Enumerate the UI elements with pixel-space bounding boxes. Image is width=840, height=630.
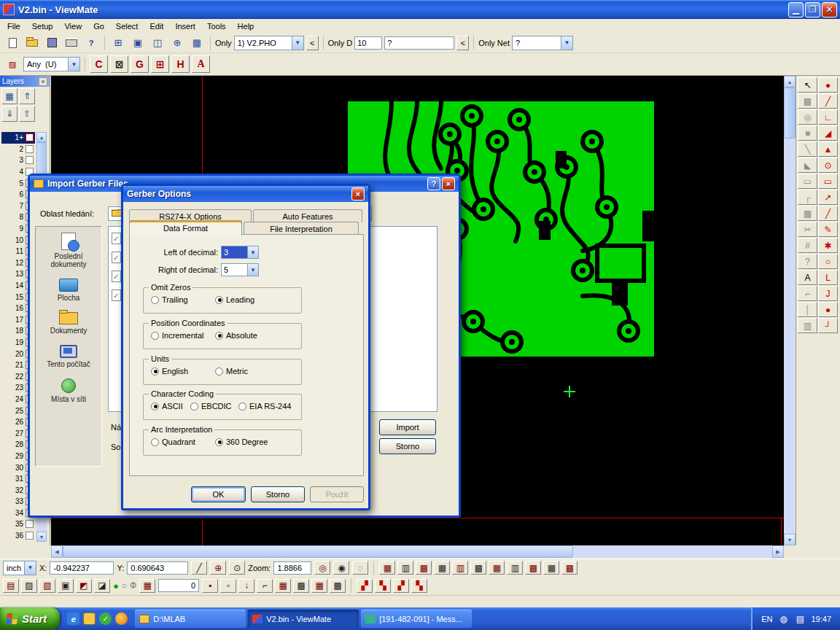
vector-tool-icon[interactable]: ↗ bbox=[818, 190, 838, 205]
tool-grid-icon[interactable]: ▨ bbox=[21, 579, 37, 593]
zoom-out-icon[interactable]: ◌ bbox=[352, 561, 368, 575]
place-4[interactable]: Místa v síti bbox=[36, 378, 101, 403]
vertical-scrollbar[interactable]: ▲ ▼ bbox=[784, 76, 796, 545]
frame-tool-icon[interactable]: ▭ bbox=[798, 174, 817, 189]
layer-top-button[interactable]: ⇑ bbox=[19, 88, 35, 104]
menu-item-edit[interactable]: Edit bbox=[144, 20, 169, 32]
target-tool-icon[interactable]: ⊙ bbox=[818, 158, 838, 173]
tool-grid-icon[interactable]: ▧ bbox=[39, 579, 55, 593]
measure-tool-icon[interactable]: ◣ bbox=[798, 158, 817, 173]
dcode-filter-input[interactable]: ? bbox=[384, 36, 454, 50]
radio-trailing[interactable]: Trailing bbox=[151, 295, 188, 304]
layer-row[interactable]: 1+ bbox=[1, 132, 35, 144]
tab-data-format[interactable]: Data Format bbox=[129, 220, 242, 236]
storno-button[interactable]: Storno bbox=[379, 438, 436, 454]
snap-grid-icon[interactable]: ⌐ bbox=[257, 579, 273, 593]
snap-grid-icon[interactable]: ▪ bbox=[202, 579, 218, 593]
measure-icon[interactable]: ╱ bbox=[191, 561, 207, 575]
place-3[interactable]: Tento počítač bbox=[36, 345, 101, 368]
view-tool-icon[interactable]: ◎ bbox=[798, 109, 817, 125]
layer-up-button[interactable]: ⇧ bbox=[19, 106, 35, 122]
trim-tool-icon[interactable]: ┌ bbox=[798, 190, 817, 205]
radio-360-degree[interactable]: 360 Degree bbox=[215, 438, 268, 446]
notch-tool-icon[interactable]: ⌐ bbox=[798, 286, 817, 301]
chevron-down-icon[interactable]: ▼ bbox=[292, 36, 303, 50]
status-grid-icon[interactable]: ▩ bbox=[416, 561, 432, 575]
grid-tool-icon[interactable]: ▦ bbox=[798, 206, 817, 221]
radio-eia-rs244[interactable]: EIA RS-244 bbox=[238, 402, 291, 411]
tool-grid-icon[interactable]: ▣ bbox=[58, 579, 74, 593]
tool-grid-icon[interactable]: ▤ bbox=[3, 579, 19, 593]
status-grid-icon[interactable]: ▦ bbox=[543, 561, 559, 575]
status-grid-icon[interactable]: ▦ bbox=[434, 561, 450, 575]
chevron-down-icon[interactable]: ▼ bbox=[247, 246, 258, 258]
tab-file-interpretation[interactable]: File Interpretation bbox=[244, 222, 359, 235]
menu-item-go[interactable]: Go bbox=[88, 20, 110, 32]
open-file-icon[interactable] bbox=[23, 35, 41, 51]
label-tool-icon[interactable]: L bbox=[818, 270, 838, 285]
pattern-icon[interactable]: ▚ bbox=[375, 579, 391, 593]
grid-toggle-icon[interactable]: ▦ bbox=[139, 579, 155, 593]
task-button[interactable]: V2.bin - ViewMate bbox=[248, 610, 359, 628]
scroll-down-icon[interactable]: ▼ bbox=[784, 534, 796, 545]
pattern-icon[interactable]: ▚ bbox=[411, 579, 427, 593]
menu-item-insert[interactable]: Insert bbox=[169, 20, 201, 32]
status-grid-icon[interactable]: ▩ bbox=[561, 561, 578, 575]
menu-item-view[interactable]: View bbox=[58, 20, 88, 32]
net-combo[interactable]: ? ▼ bbox=[512, 36, 573, 50]
highlight-icon[interactable]: ▣ bbox=[129, 35, 147, 51]
gerber-file-icon[interactable] bbox=[112, 271, 121, 282]
snap-grid-icon[interactable]: ▩ bbox=[330, 579, 346, 593]
grid-aperture-button[interactable]: ⊞ bbox=[151, 55, 169, 73]
scroll-right-icon[interactable]: ▶ bbox=[772, 545, 784, 558]
snap-grid-icon[interactable]: ▦ bbox=[275, 579, 291, 593]
chevron-down-icon[interactable]: ▼ bbox=[68, 58, 79, 71]
height-button[interactable]: H bbox=[171, 55, 190, 73]
task-button[interactable]: D:\MLAB bbox=[135, 610, 246, 628]
browser-icon[interactable] bbox=[115, 612, 128, 625]
circle-aperture-button[interactable]: C bbox=[90, 55, 108, 73]
language-indicator[interactable]: EN bbox=[761, 615, 772, 623]
scroll-thumb[interactable] bbox=[63, 545, 573, 558]
zoom-window-icon[interactable]: ◉ bbox=[333, 561, 349, 575]
scroll-up-icon[interactable]: ▲ bbox=[36, 132, 47, 142]
corner-tool-icon[interactable]: ∟ bbox=[818, 109, 838, 125]
menu-item-tools[interactable]: Tools bbox=[201, 20, 232, 32]
scroll-left-icon[interactable]: ◀ bbox=[51, 545, 63, 558]
internet-explorer-icon[interactable]: e bbox=[67, 612, 79, 625]
only-d-label[interactable]: Only bbox=[328, 39, 345, 47]
messenger-tray-icon[interactable]: ◍ bbox=[777, 613, 789, 625]
triangle-tool-icon[interactable]: ▲ bbox=[818, 141, 838, 157]
mirror-tool-icon[interactable]: ╲ bbox=[798, 141, 817, 157]
radio-ebcdic[interactable]: EBCDIC bbox=[190, 402, 232, 411]
only-layer-label[interactable]: Only bbox=[215, 39, 232, 47]
gerber-file-icon[interactable] bbox=[112, 289, 121, 301]
restore-button[interactable]: ❐ bbox=[805, 2, 820, 18]
volume-tray-icon[interactable]: ▤ bbox=[794, 613, 806, 625]
task-button[interactable]: [191-482-091] - Mess... bbox=[361, 610, 472, 628]
layer-down-button[interactable]: ⇓ bbox=[1, 106, 18, 122]
layer-color-box[interactable] bbox=[26, 532, 34, 540]
plot-icon[interactable]: Ф bbox=[130, 580, 136, 591]
pad-tool-icon[interactable]: ● bbox=[818, 77, 838, 93]
pattern-icon[interactable]: ▞ bbox=[393, 579, 409, 593]
gerber-button[interactable]: G bbox=[131, 55, 149, 73]
via-tool-icon[interactable]: ● bbox=[818, 302, 838, 317]
rail-tool-icon[interactable]: │ bbox=[798, 302, 817, 317]
chevron-down-icon[interactable]: ▼ bbox=[247, 264, 258, 276]
line-tool-icon[interactable]: ╱ bbox=[818, 93, 838, 109]
status-grid-icon[interactable]: ▥ bbox=[452, 561, 468, 575]
draw-tool-icon[interactable]: ╱ bbox=[818, 206, 838, 221]
menu-item-select[interactable]: Select bbox=[110, 20, 144, 32]
menu-item-file[interactable]: File bbox=[1, 20, 26, 32]
context-help-icon[interactable]: ? bbox=[82, 35, 100, 51]
window-icon[interactable]: ◫ bbox=[149, 35, 166, 51]
status-grid-icon[interactable]: ▦ bbox=[489, 561, 505, 575]
bend-tool-icon[interactable]: ┘ bbox=[818, 318, 838, 333]
query-tool-icon[interactable]: ? bbox=[798, 254, 817, 269]
grid-select-icon[interactable]: ⊞ bbox=[109, 35, 127, 51]
mesh-tool-icon[interactable]: ▥ bbox=[798, 318, 817, 333]
ok-button[interactable]: OK bbox=[191, 486, 246, 502]
matrix-icon[interactable]: ▦ bbox=[188, 35, 206, 51]
chevron-down-icon[interactable]: ▼ bbox=[561, 36, 572, 50]
